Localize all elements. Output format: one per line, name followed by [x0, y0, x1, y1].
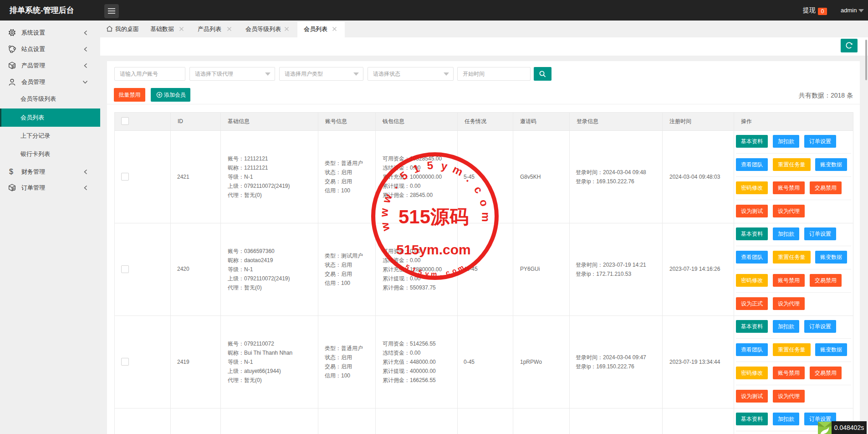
svg-text:.: . — [388, 181, 400, 191]
svg-text:.: . — [464, 173, 475, 184]
svg-text:m: m — [451, 163, 465, 178]
svg-text:w: w — [378, 207, 390, 217]
svg-text:5: 5 — [398, 169, 410, 183]
svg-text:5: 5 — [426, 159, 434, 171]
svg-text:✎: ✎ — [13, 66, 15, 68]
svg-text:y: y — [440, 159, 449, 172]
svg-text:o: o — [477, 198, 491, 207]
svg-text:c: c — [472, 184, 485, 195]
svg-text:515源码: 515源码 — [398, 206, 469, 227]
svg-text:w: w — [378, 221, 392, 232]
svg-text:.: . — [439, 270, 442, 278]
svg-text:m: m — [431, 270, 437, 278]
svg-text:515ym.com: 515ym.com — [396, 242, 470, 257]
svg-text:m: m — [480, 212, 492, 222]
svg-text:1: 1 — [411, 162, 421, 176]
svg-text:5: 5 — [404, 263, 411, 271]
svg-text:w: w — [380, 192, 394, 205]
